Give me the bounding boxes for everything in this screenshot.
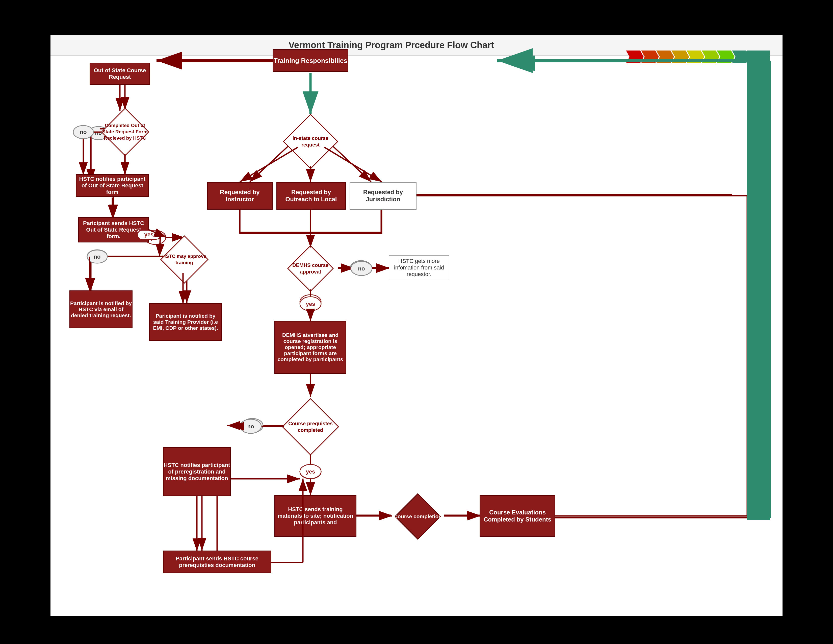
hstc-notifies-preregistration-box: HSTC notifies participant of preregistra…: [163, 447, 231, 496]
completed-out-state-diamond: Completed Out of State Request Form Reci…: [100, 110, 150, 154]
svg-point-40: [300, 295, 321, 309]
requested-by-instructor-box: Requested by Instructor: [207, 182, 273, 209]
svg-rect-114: [747, 50, 770, 520]
svg-point-94: [300, 297, 321, 311]
chevron-4: [671, 50, 689, 63]
svg-text:yes: yes: [306, 299, 315, 305]
participant-notified-provider-box: Paricipant is notified by said Training …: [149, 303, 222, 341]
hstc-more-info-box: HSTC gets more infomation from said requ…: [389, 255, 449, 280]
chevron-3: [656, 50, 674, 63]
participant-sends-out-state-box: Paricipant sends HSTC Out of State Reque…: [78, 217, 149, 242]
svg-text:no: no: [358, 266, 365, 272]
svg-point-49: [300, 465, 321, 479]
demhs-approval-diamond: DEMHS course approval: [283, 247, 338, 290]
chevron-5: [687, 50, 704, 63]
svg-line-117: [149, 230, 167, 237]
hstc-sends-training-box: HSTC sends training materials to site; n…: [274, 495, 356, 537]
svg-text:no: no: [358, 265, 365, 271]
svg-point-103: [300, 464, 321, 478]
svg-point-45: [242, 419, 263, 433]
svg-text:yes: yes: [306, 469, 315, 475]
requested-by-outreach-box: Requested by Outreach to Local: [277, 182, 346, 209]
svg-point-90: [351, 261, 372, 275]
svg-text:no: no: [94, 253, 101, 259]
svg-point-75: [87, 250, 107, 263]
svg-point-22: [87, 250, 107, 263]
course-completion-diamond: Course completion: [391, 495, 444, 538]
course-prereqs-diamond: Course prequistes completed: [283, 396, 338, 457]
svg-text:yes: yes: [306, 469, 315, 475]
course-evaluations-box: Course Evaluations Completed by Students: [479, 495, 555, 537]
participant-sends-prereqs-box: Participant sends HSTC course prerequist…: [163, 551, 271, 573]
svg-point-66: [73, 126, 93, 138]
chevron-1: [626, 50, 644, 63]
in-state-diamond: In-state course request: [283, 114, 338, 169]
svg-text:yes: yes: [151, 234, 160, 241]
chevron-6: [702, 50, 719, 63]
chevron-2: [641, 50, 659, 63]
participant-denied-box: Participant is notified by HSTC via emai…: [69, 290, 132, 328]
flowchart-canvas: Vermont Training Program Prcedure Flow C…: [50, 35, 783, 616]
requested-by-jurisdiction-box: Requested by Jurisdiction: [350, 182, 416, 209]
demhs-advertises-box: DEMHS atvertises and course registration…: [274, 321, 346, 374]
out-of-state-request-box: Out of State Course Request: [90, 63, 150, 85]
svg-text:no: no: [249, 422, 256, 429]
chevron-bar: [629, 50, 750, 63]
training-responsibilities-box: Training Responsibilies: [273, 49, 348, 72]
hstc-notifies-out-state-box: HSTC notifies participant of Out of Stat…: [76, 174, 149, 197]
chevron-7: [717, 50, 735, 63]
svg-line-26: [250, 147, 288, 182]
svg-text:no: no: [94, 254, 101, 260]
svg-point-99: [240, 419, 261, 433]
svg-text:yes: yes: [306, 301, 315, 307]
hstc-approve-diamond: HSTC may approve training: [159, 237, 209, 282]
svg-point-36: [351, 261, 371, 275]
svg-line-27: [333, 147, 371, 182]
svg-text:no: no: [248, 423, 254, 430]
chevron-8: [732, 50, 750, 63]
svg-text:no: no: [80, 129, 87, 135]
